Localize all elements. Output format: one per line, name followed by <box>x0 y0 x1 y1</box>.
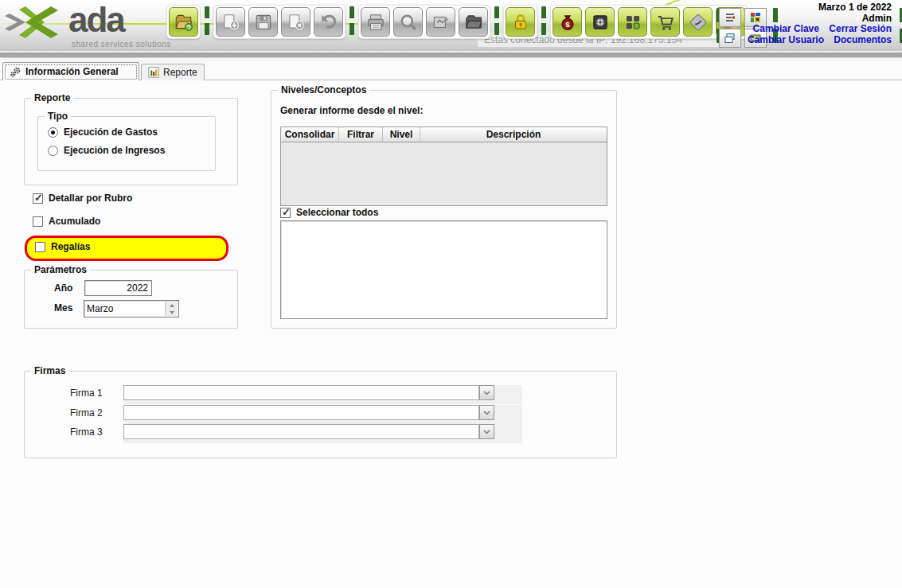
list-button[interactable] <box>719 8 741 27</box>
header-bar: ada shared services solutions Estas cone… <box>0 0 902 51</box>
mes-spinner[interactable]: Marzo <box>84 300 179 317</box>
parametros-groupbox: Parámetros <box>24 270 238 329</box>
cart-icon <box>655 12 676 33</box>
modules-icon <box>623 12 643 33</box>
main-toolbar: $ <box>166 5 748 39</box>
column-header-filtrar[interactable]: Filtrar <box>339 127 383 142</box>
combo-field[interactable] <box>123 424 479 439</box>
cambiar-usuario-link[interactable]: Cambiar Usuario <box>748 34 824 45</box>
mes-value: Marzo <box>87 303 164 314</box>
parametros-legend: Parámetros <box>31 264 90 275</box>
radio-ejecucion-ingresos[interactable]: Ejecución de Ingresos <box>48 145 165 156</box>
money-bag-icon: $ <box>557 12 578 33</box>
print-button[interactable] <box>361 7 390 37</box>
new-document-button[interactable] <box>216 7 245 37</box>
closed-folder-icon <box>463 12 484 33</box>
checkbox-box[interactable] <box>35 242 45 252</box>
delete-document-icon <box>286 12 307 33</box>
search-icon <box>398 12 419 33</box>
undo-button[interactable] <box>314 7 343 37</box>
undo-icon <box>318 12 339 33</box>
delete-document-button[interactable] <box>281 7 310 37</box>
checkbox-acumulado[interactable]: Acumulado <box>33 216 100 227</box>
tab-reporte[interactable]: Reporte <box>141 64 205 80</box>
radio-ejecucion-gastos[interactable]: Ejecución de Gastos <box>48 127 158 138</box>
toolbar-separator <box>349 6 354 35</box>
eco-hand-button[interactable] <box>683 7 713 37</box>
open-folder-button[interactable] <box>169 7 198 37</box>
safe-button[interactable] <box>585 7 615 37</box>
ada-logo: ada shared services solutions <box>3 3 170 49</box>
firma-1-combobox[interactable] <box>123 385 494 400</box>
combo-field[interactable] <box>123 405 479 420</box>
radio-label: Ejecución de Ingresos <box>64 145 165 156</box>
conceptos-listbox[interactable] <box>280 220 607 319</box>
chevron-down-icon <box>483 430 490 434</box>
combo-dropdown-button[interactable] <box>479 385 494 400</box>
combo-dropdown-button[interactable] <box>479 424 494 439</box>
checkbox-regalias[interactable]: Regalías <box>35 241 90 252</box>
search-button[interactable] <box>393 7 423 37</box>
firma-2-combobox[interactable] <box>123 405 494 420</box>
checkbox-label: Detallar por Rubro <box>49 193 132 204</box>
gears-icon <box>10 66 21 78</box>
modules-button[interactable] <box>618 7 647 37</box>
checkbox-box[interactable] <box>33 193 43 204</box>
toolbar-separator <box>494 6 499 35</box>
eco-hand-icon <box>688 12 709 33</box>
current-user: Admin <box>748 14 892 25</box>
niveles-table-header: Consolidar Filtrar Nivel Descripción <box>281 127 607 142</box>
checkbox-label: Acumulado <box>49 216 100 227</box>
list-icon <box>724 11 736 24</box>
checkbox-box[interactable] <box>280 208 291 218</box>
closed-folder-button[interactable] <box>459 7 488 37</box>
money-bag-button[interactable]: $ <box>553 7 582 37</box>
spinner-up-button[interactable] <box>166 302 178 309</box>
app-window: ada shared services solutions Estas cone… <box>0 0 902 588</box>
firma-1-label: Firma 1 <box>70 387 103 399</box>
radio-circle[interactable] <box>48 127 58 138</box>
brand-tagline: shared services solutions <box>72 40 171 49</box>
checkbox-label: Regalías <box>51 241 90 252</box>
tipo-groupbox: Tipo <box>37 116 216 171</box>
cambiar-clave-link[interactable]: Cambiar Clave <box>753 23 819 34</box>
lock-button[interactable] <box>506 7 535 37</box>
firma-2-label: Firma 2 <box>70 407 103 419</box>
svg-text:$: $ <box>565 20 570 29</box>
cascade-windows-icon <box>724 32 736 45</box>
save-button[interactable] <box>248 7 278 37</box>
lock-icon <box>510 12 531 33</box>
firma-3-combobox[interactable] <box>123 424 494 439</box>
toolbar-separator <box>541 6 546 35</box>
combo-dropdown-button[interactable] <box>479 405 494 420</box>
toolbar-group-open <box>166 5 201 39</box>
checkbox-label: Seleccionar todos <box>296 207 378 218</box>
session-info: Marzo 1 de 2022 Admin Cambiar Clave Cerr… <box>748 2 892 45</box>
documentos-link[interactable]: Documentos <box>834 34 892 45</box>
cascade-windows-button[interactable] <box>719 29 741 48</box>
checkbox-seleccionar-todos[interactable]: Seleccionar todos <box>280 207 378 218</box>
save-icon <box>253 12 274 33</box>
safe-icon <box>590 12 611 33</box>
anio-input[interactable] <box>84 280 152 296</box>
tab-informacion-general[interactable]: Información General <box>2 62 139 80</box>
radio-circle[interactable] <box>48 146 58 156</box>
current-date: Marzo 1 de 2022 <box>748 2 892 14</box>
combo-field[interactable] <box>123 385 479 400</box>
cerrar-sesion-link[interactable]: Cerrar Sesión <box>829 23 892 34</box>
spinner-down-button[interactable] <box>166 309 178 316</box>
tab-label: Reporte <box>163 67 197 78</box>
checkbox-box[interactable] <box>33 216 43 227</box>
niveles-legend: Niveles/Conceptos <box>278 84 369 95</box>
toolbar-group-record <box>213 5 346 39</box>
column-header-nivel[interactable]: Nivel <box>383 127 420 142</box>
niveles-table-body[interactable] <box>281 142 607 206</box>
bar-chart-icon <box>148 67 159 78</box>
export-image-button[interactable] <box>426 7 455 37</box>
cart-button[interactable] <box>650 7 680 37</box>
column-header-descripcion[interactable]: Descripción <box>420 127 607 142</box>
column-header-consolidar[interactable]: Consolidar <box>281 127 339 142</box>
niveles-table[interactable]: Consolidar Filtrar Nivel Descripción <box>280 127 607 206</box>
ada-logo-mark <box>3 3 67 48</box>
checkbox-detallar-por-rubro[interactable]: Detallar por Rubro <box>33 193 132 204</box>
